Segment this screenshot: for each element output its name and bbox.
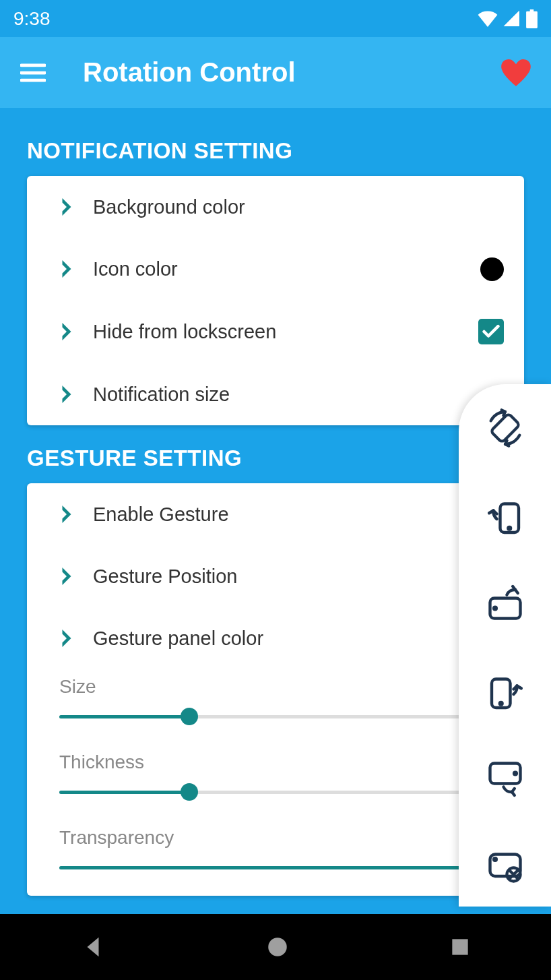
recent-button[interactable] <box>451 938 469 956</box>
item-gesture-panel-color[interactable]: Gesture panel color <box>27 607 524 669</box>
chevron-right-icon <box>61 323 73 340</box>
label-iconcolor: Icon color <box>93 258 460 280</box>
chevron-right-icon <box>61 260 73 278</box>
chevron-right-icon <box>61 630 73 647</box>
home-button[interactable] <box>267 937 288 957</box>
item-notification-size[interactable]: Notification size <box>27 363 524 425</box>
rotate-landscape-down-icon[interactable] <box>482 755 529 802</box>
card-notification: Background color Icon color Hide from lo… <box>27 176 524 425</box>
card-gesture: Enable Gesture Gesture Position Gesture … <box>27 483 524 896</box>
section-title-gesture: GESTURE SETTING <box>27 446 524 471</box>
slider-thickness-label: Thickness <box>59 752 492 773</box>
signal-icon <box>503 11 521 27</box>
navigation-bar <box>0 914 551 980</box>
rotation-lock-icon[interactable] <box>482 843 529 890</box>
svg-point-12 <box>268 938 287 956</box>
svg-point-4 <box>494 607 496 610</box>
label-panelcolor: Gesture panel color <box>93 627 504 650</box>
item-enable-gesture[interactable]: Enable Gesture <box>27 483 524 545</box>
wifi-icon <box>478 11 498 27</box>
rotate-portrait-left-icon[interactable] <box>482 492 529 539</box>
svg-point-2 <box>508 527 511 530</box>
rotation-side-panel <box>459 384 551 907</box>
svg-point-8 <box>514 772 517 775</box>
status-icons <box>478 9 538 28</box>
heart-icon[interactable] <box>501 59 531 86</box>
slider-size-label: Size <box>59 676 492 698</box>
icon-color-swatch <box>480 257 504 281</box>
rotate-portrait-right-icon[interactable] <box>482 667 529 714</box>
status-bar: 9:38 <box>0 0 551 37</box>
item-hide-lockscreen[interactable]: Hide from lockscreen <box>27 300 524 363</box>
slider-transparency-label: Transparency <box>59 827 492 849</box>
svg-point-6 <box>499 702 502 705</box>
item-gesture-position[interactable]: Gesture Position <box>27 545 524 607</box>
chevron-right-icon <box>61 568 73 585</box>
svg-point-10 <box>494 858 496 861</box>
status-time: 9:38 <box>13 8 51 30</box>
battery-icon <box>526 9 538 28</box>
item-icon-color[interactable]: Icon color <box>27 238 524 300</box>
app-bar: Rotation Control <box>0 37 551 108</box>
slider-size-group: Size <box>27 669 524 745</box>
slider-thickness-group: Thickness <box>27 745 524 820</box>
label-bgcolor: Background color <box>93 196 504 218</box>
section-title-notification: NOTIFICATION SETTING <box>27 138 524 164</box>
chevron-right-icon <box>61 198 73 216</box>
slider-transparency-group: Transparency <box>27 820 524 896</box>
rotate-landscape-up-icon[interactable] <box>482 580 529 627</box>
label-enable: Enable Gesture <box>93 503 504 526</box>
back-button[interactable] <box>82 936 104 958</box>
chevron-right-icon <box>61 506 73 523</box>
slider-transparency[interactable] <box>59 855 492 880</box>
app-title: Rotation Control <box>83 57 464 88</box>
checkbox-hide-lockscreen[interactable] <box>478 319 504 344</box>
label-notifsize: Notification size <box>93 384 504 406</box>
item-background-color[interactable]: Background color <box>27 176 524 238</box>
check-icon <box>482 324 500 339</box>
slider-size[interactable] <box>59 704 492 729</box>
svg-rect-0 <box>490 413 519 442</box>
label-position: Gesture Position <box>93 565 504 588</box>
slider-thickness[interactable] <box>59 780 492 804</box>
chevron-right-icon <box>61 386 73 403</box>
label-hidelock: Hide from lockscreen <box>93 321 458 343</box>
menu-icon[interactable] <box>20 63 46 83</box>
svg-rect-13 <box>452 939 467 954</box>
auto-rotate-icon[interactable] <box>482 404 529 452</box>
